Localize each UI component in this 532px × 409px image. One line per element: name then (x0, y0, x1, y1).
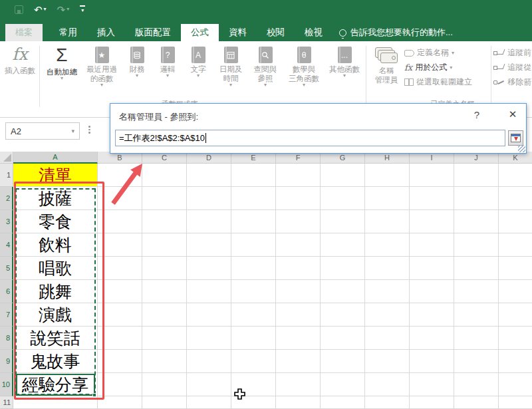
cell-K8[interactable] (499, 327, 532, 350)
cell-K11[interactable] (499, 396, 532, 409)
cell-D5[interactable] (187, 257, 231, 280)
cell-H2[interactable] (365, 187, 410, 210)
cell-F11[interactable] (276, 396, 321, 409)
tab-home[interactable]: 常用 (49, 24, 87, 41)
cell-A2[interactable]: 披薩 (13, 187, 98, 210)
cell-E4[interactable] (231, 233, 276, 257)
use-in-formula-button[interactable]: fx 用於公式 (404, 62, 489, 73)
logical-button[interactable]: ? 邏輯 (152, 45, 183, 78)
cell-A1[interactable]: 清單 (13, 164, 98, 187)
cell-H6[interactable] (365, 280, 410, 303)
row-header-4[interactable]: 4 (0, 233, 13, 257)
define-name-button[interactable]: 定義名稱 (404, 47, 489, 59)
cell-C7[interactable] (142, 303, 187, 327)
cell-B11[interactable] (98, 396, 142, 409)
cell-E2[interactable] (231, 187, 276, 210)
cell-A5[interactable]: 唱歌 (13, 257, 98, 280)
cell-E7[interactable] (231, 303, 276, 327)
cell-H1[interactable] (365, 164, 410, 187)
cell-B6[interactable] (98, 280, 142, 303)
row-header-1[interactable]: 1 (0, 164, 13, 187)
financial-button[interactable]: 財務 (122, 45, 152, 78)
cell-C9[interactable] (142, 350, 187, 373)
cell-D10[interactable] (187, 373, 231, 396)
cell-F1[interactable] (276, 164, 321, 187)
select-all-corner[interactable] (0, 152, 13, 164)
tab-data[interactable]: 資料 (219, 24, 257, 41)
cell-G3[interactable] (321, 210, 365, 233)
cell-K5[interactable] (499, 257, 532, 280)
cell-I3[interactable] (410, 210, 454, 233)
cell-K2[interactable] (499, 187, 532, 210)
tab-review[interactable]: 校閱 (257, 24, 295, 41)
cell-A9[interactable]: 鬼故事 (13, 350, 98, 373)
cell-A3[interactable]: 零食 (13, 210, 98, 233)
cell-D3[interactable] (187, 210, 231, 233)
cell-A10[interactable]: 經驗分享 (13, 373, 98, 396)
cell-J9[interactable] (454, 350, 499, 373)
cell-G9[interactable] (321, 350, 365, 373)
cell-I5[interactable] (410, 257, 454, 280)
cell-F8[interactable] (276, 327, 321, 350)
cell-J3[interactable] (454, 210, 499, 233)
cell-G1[interactable] (321, 164, 365, 187)
refers-to-input[interactable]: =工作表2!$A$2:$A$10 (115, 130, 505, 146)
trace-precedents-button[interactable]: 追蹤前 (493, 47, 532, 59)
cell-K6[interactable] (499, 280, 532, 303)
row-header-3[interactable]: 3 (0, 210, 13, 233)
cell-J11[interactable] (454, 396, 499, 409)
remove-arrows-button[interactable]: 移除箭 (493, 76, 532, 88)
cell-H4[interactable] (365, 233, 410, 257)
cell-C1[interactable] (142, 164, 187, 187)
cell-A11[interactable] (13, 396, 98, 409)
trace-dependents-button[interactable]: 追蹤從 (493, 62, 532, 73)
date-time-button[interactable]: 日期及 時間 (213, 45, 248, 87)
cell-K10[interactable] (499, 373, 532, 396)
row-header-8[interactable]: 8 (0, 327, 13, 350)
cell-C10[interactable] (142, 373, 187, 396)
tab-file[interactable]: 檔案 (5, 24, 43, 41)
row-header-10[interactable]: 10 (0, 373, 13, 396)
cell-G11[interactable] (321, 396, 365, 409)
cell-B7[interactable] (98, 303, 142, 327)
cell-D8[interactable] (187, 327, 231, 350)
cell-H10[interactable] (365, 373, 410, 396)
cell-E3[interactable] (231, 210, 276, 233)
tab-view[interactable]: 檢視 (295, 24, 332, 41)
cell-C3[interactable] (142, 210, 187, 233)
cell-D6[interactable] (187, 280, 231, 303)
save-icon[interactable] (15, 5, 23, 14)
cell-J4[interactable] (454, 233, 499, 257)
cell-I7[interactable] (410, 303, 454, 327)
cell-C2[interactable] (142, 187, 187, 210)
cell-K1[interactable] (499, 164, 532, 187)
cell-B3[interactable] (98, 210, 142, 233)
cell-C4[interactable] (142, 233, 187, 257)
name-manager-refers-to-dialog[interactable]: 名稱管理員 - 參照到: ? ✕ =工作表2!$A$2:$A$10 (110, 103, 527, 154)
cell-G2[interactable] (321, 187, 365, 210)
cell-G8[interactable] (321, 327, 365, 350)
cell-B4[interactable] (98, 233, 142, 257)
row-header-11[interactable]: 11 (0, 396, 13, 409)
row-header-2[interactable]: 2 (0, 187, 13, 210)
cell-E6[interactable] (231, 280, 276, 303)
cell-I2[interactable] (410, 187, 454, 210)
cell-D1[interactable] (187, 164, 231, 187)
cell-I6[interactable] (410, 280, 454, 303)
math-trig-button[interactable]: θ 數學與 三角函數 (283, 45, 325, 87)
cell-B9[interactable] (98, 350, 142, 373)
cell-D2[interactable] (187, 187, 231, 210)
cell-G7[interactable] (321, 303, 365, 327)
cell-E8[interactable] (231, 327, 276, 350)
tell-me-box[interactable]: 告訴我您想要執行的動作... (332, 24, 460, 41)
cell-G4[interactable] (321, 233, 365, 257)
cell-F6[interactable] (276, 280, 321, 303)
cell-F7[interactable] (276, 303, 321, 327)
cell-C11[interactable] (142, 396, 187, 409)
cell-B8[interactable] (98, 327, 142, 350)
cell-J10[interactable] (454, 373, 499, 396)
cell-H7[interactable] (365, 303, 410, 327)
cell-D11[interactable] (187, 396, 231, 409)
cell-G5[interactable] (321, 257, 365, 280)
cell-K3[interactable] (499, 210, 532, 233)
